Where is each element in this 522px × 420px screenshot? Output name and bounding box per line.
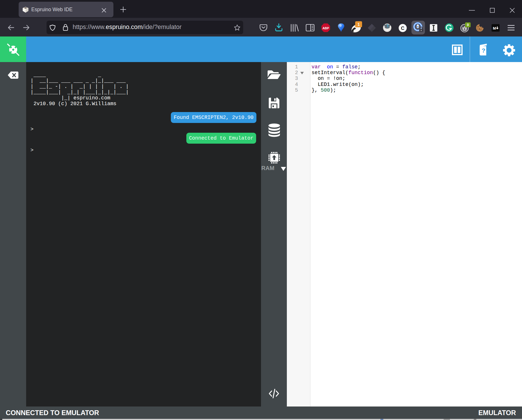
svg-text:ABP: ABP [322,26,329,30]
svg-text:?: ? [482,47,486,54]
svg-text:0: 0 [467,23,469,27]
svg-text:M: M [493,26,496,30]
svg-text:C: C [401,26,404,31]
svg-text:1: 1 [357,22,360,27]
